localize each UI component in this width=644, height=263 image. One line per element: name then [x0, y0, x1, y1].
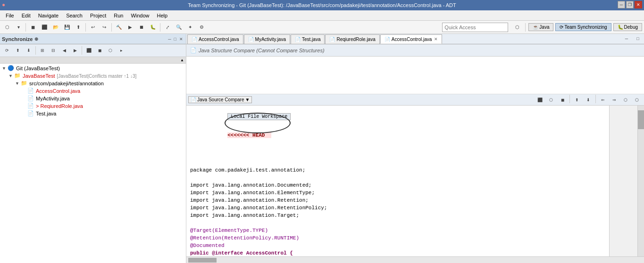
tab-myactivity[interactable]: 📄 MyActivity.java: [244, 34, 290, 44]
toolbar-separator-3: [111, 23, 112, 32]
toolbar-separator-2: [85, 23, 86, 32]
vertical-scrollbar[interactable]: [637, 106, 644, 256]
menu-item-project[interactable]: Project: [86, 12, 110, 19]
sync-btn-6[interactable]: ◀: [59, 45, 69, 56]
toolbar-btn-17[interactable]: ⚙: [196, 22, 207, 33]
sync-btn-7[interactable]: ▶: [70, 45, 80, 56]
toolbar-btn-10[interactable]: 🔨: [114, 22, 124, 33]
editor-right-buttons: ⬛ ⬡ ◼ ⬆ ⬇ ⇐ ⇒ ⬡ ⬡: [535, 95, 642, 105]
menu-item-edit[interactable]: Edit: [18, 12, 34, 19]
tree-item-src-pkg[interactable]: ▼📁src/com/padakeji/test/annotation: [0, 80, 186, 87]
code-line: @Documented: [190, 242, 605, 249]
sync-btn-8[interactable]: ⬛: [84, 45, 94, 56]
compare-btn-5[interactable]: ⬇: [583, 95, 594, 105]
right-toolbar: ⬡ ☕ Java ⟳ Team Synchronizing 🐛 Debug: [512, 22, 642, 33]
branch-info: [JavaBaseTest|Conflicts master ↑1 ↓3]: [57, 74, 136, 79]
tab-test[interactable]: 📄 Test.java: [291, 34, 325, 44]
tree-item-git-javabasetest[interactable]: ▼🔵Git (JavaBaseTest): [0, 65, 186, 72]
compare-btn-6[interactable]: ⇐: [598, 95, 608, 105]
tree-item-accesscontrol[interactable]: 📄AccessControl.java: [0, 87, 186, 95]
code-line: import java.lang.annotation.Retention;: [190, 197, 605, 204]
panel-minimize-btn[interactable]: ─: [167, 37, 172, 41]
source-compare-dropdown[interactable]: ▼: [245, 97, 250, 102]
conflict-section: <<<<<<< HEAD: [227, 121, 271, 161]
tab-panel-max[interactable]: □: [633, 34, 643, 44]
compare-btn-7[interactable]: ⇒: [609, 95, 619, 105]
sync-panel-icon: ⊕: [34, 36, 38, 41]
compare-btn-8[interactable]: ⬡: [620, 95, 631, 105]
menu-item-help[interactable]: Help: [153, 12, 172, 19]
toolbar-btn-7[interactable]: ⬆: [73, 22, 84, 33]
toolbar-btn-5[interactable]: 📂: [50, 22, 61, 33]
sync-btn-1[interactable]: ⟳: [2, 45, 12, 56]
h-scroll-thumb[interactable]: [188, 258, 217, 263]
toolbar-btn-9[interactable]: ↪: [99, 22, 109, 33]
code-line: package com.padakeji.test.annotation;: [190, 166, 605, 174]
compare-header-text: Java Structure Compare (Cannot Compare S…: [199, 48, 325, 53]
tree-item-test[interactable]: 📄Test.java: [0, 110, 186, 117]
tab-label-3: Test.java: [302, 37, 320, 42]
toolbar-btn-4[interactable]: ⬛: [39, 22, 50, 33]
code-line: import java.lang.annotation.ElementType;: [190, 189, 605, 197]
sync-btn-10[interactable]: ⬡: [105, 45, 116, 56]
team-perspective-btn[interactable]: ⟳ Team Synchronizing: [555, 23, 611, 31]
toolbar-separator-1: [25, 23, 26, 32]
menu-item-navigate[interactable]: Navigate: [34, 12, 62, 19]
tab-panel-min[interactable]: ─: [621, 34, 632, 44]
toolbar-btn-2[interactable]: ▾: [13, 22, 24, 33]
sync-btn-9[interactable]: ◼: [94, 45, 105, 56]
tree-arrow: ▼: [15, 81, 21, 86]
tree-item-myactivity[interactable]: 📄MyActivity.java: [0, 95, 186, 102]
sync-btn-4[interactable]: ⊞: [37, 45, 48, 56]
toolbar-btn-16[interactable]: ✦: [185, 22, 195, 33]
compare-btn-1[interactable]: ⬛: [535, 95, 545, 105]
toolbar-btn-8[interactable]: ↩: [88, 22, 98, 33]
tree-arrow: ▼: [8, 74, 14, 78]
toolbar-btn-12[interactable]: ⏹: [136, 22, 147, 33]
compare-btn-2[interactable]: ⬡: [546, 95, 556, 105]
toolbar-btn-6[interactable]: 💾: [62, 22, 72, 33]
sync-tree[interactable]: ▼🔵Git (JavaBaseTest)▼📁JavaBaseTest[JavaB…: [0, 64, 186, 263]
code-line: [190, 219, 605, 227]
panel-controls: ─ □ ✕: [167, 37, 184, 41]
close-button[interactable]: ✕: [635, 1, 642, 8]
compare-btn-4[interactable]: ⬆: [572, 95, 582, 105]
tab-accesscontrol-2[interactable]: 📄 AccessControl.java ✕: [380, 34, 443, 44]
tab-close-5[interactable]: ✕: [434, 37, 438, 41]
menu-item-file[interactable]: File: [2, 12, 18, 19]
scroll-thumb[interactable]: [638, 110, 644, 129]
tab-accesscontrol-1[interactable]: 📄 AccessControl.java: [187, 34, 243, 44]
toolbar-btn-1[interactable]: ⬡: [2, 22, 12, 33]
toolbar-btn-13[interactable]: 🐛: [148, 22, 158, 33]
sync-btn-3[interactable]: ⬇: [24, 45, 34, 56]
toolbar-btn-15[interactable]: 🔍: [174, 22, 184, 33]
tree-label: Git (JavaBaseTest): [16, 66, 60, 71]
tree-item-reqiuredrole[interactable]: 📄> ReqiuredRole.java: [0, 102, 186, 110]
toolbar-right-icon-1[interactable]: ⬡: [512, 22, 522, 33]
panel-maximize-btn[interactable]: □: [173, 37, 177, 41]
sync-btn-11[interactable]: ▸: [116, 45, 126, 56]
toolbar-btn-14[interactable]: ⤤: [162, 22, 173, 33]
horizontal-scrollbar[interactable]: [186, 256, 644, 263]
quick-access-input[interactable]: [442, 23, 508, 32]
tree-icon: 📁: [14, 73, 22, 79]
restore-button[interactable]: ❐: [626, 1, 634, 8]
menu-item-search[interactable]: Search: [62, 12, 86, 19]
code-editor[interactable]: Local File Workspace <<<<<<< HEAD packag…: [186, 106, 609, 256]
debug-perspective-btn[interactable]: 🐛 Debug: [613, 23, 642, 31]
compare-btn-9[interactable]: ⬡: [632, 95, 642, 105]
minimize-button[interactable]: ─: [618, 1, 625, 8]
toolbar-btn-11[interactable]: ▶: [125, 22, 135, 33]
source-compare-btn[interactable]: 📄 Java Source Compare ▼: [188, 96, 252, 103]
panel-close-btn[interactable]: ✕: [178, 37, 184, 41]
minimize-arrow[interactable]: ▲: [180, 58, 184, 62]
menu-item-run[interactable]: Run: [110, 12, 127, 19]
toolbar-btn-3[interactable]: ◼: [28, 22, 38, 33]
sync-btn-2[interactable]: ⬆: [13, 45, 23, 56]
compare-btn-3[interactable]: ◼: [557, 95, 568, 105]
menu-item-window[interactable]: Window: [127, 12, 153, 19]
tree-item-javabasetest[interactable]: ▼📁JavaBaseTest[JavaBaseTest|Conflicts ma…: [0, 72, 186, 80]
java-perspective-btn[interactable]: ☕ Java: [528, 23, 553, 31]
tab-reqiuredrole[interactable]: 📄 ReqiuredRole.java: [325, 34, 379, 44]
sync-btn-5[interactable]: ⊟: [48, 45, 59, 56]
